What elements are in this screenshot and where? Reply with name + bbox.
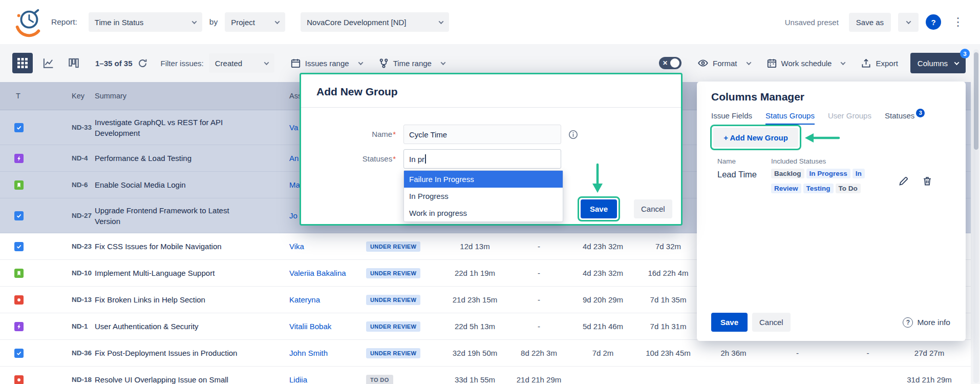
grid-icon bbox=[17, 58, 28, 68]
refresh-icon bbox=[138, 58, 147, 68]
issues-range-label: Issues range bbox=[305, 59, 349, 68]
statuses-dropdown: Failure In ProgressIn ProgressWork in pr… bbox=[403, 170, 563, 222]
tab-user-groups[interactable]: User Groups bbox=[828, 111, 871, 125]
statuses-search-input[interactable]: In pr bbox=[403, 149, 561, 169]
grid-view-button[interactable] bbox=[12, 53, 33, 73]
edit-group-button[interactable] bbox=[898, 175, 910, 187]
time-cell: 8d 22h 3m bbox=[507, 349, 571, 357]
add-new-group-button[interactable]: + Add New Group bbox=[713, 128, 798, 147]
issue-assignee[interactable]: Lidiia bbox=[284, 375, 361, 384]
delete-group-button[interactable] bbox=[921, 175, 933, 187]
chevron-down-icon bbox=[440, 60, 445, 65]
column-header-key: Key bbox=[69, 92, 95, 100]
issues-range-button[interactable]: Issues range bbox=[291, 58, 363, 68]
panel-save-button[interactable]: Save bbox=[711, 313, 748, 332]
unsaved-preset-label: Unsaved preset bbox=[785, 18, 839, 27]
work-schedule-button[interactable]: Work schedule bbox=[767, 58, 845, 68]
task-type-icon bbox=[14, 211, 24, 220]
issue-assignee[interactable]: Vitalii Bobak bbox=[284, 322, 361, 331]
issue-key: ND-23 bbox=[69, 242, 95, 250]
required-asterisk: * bbox=[393, 154, 396, 163]
chevron-down-icon bbox=[264, 60, 269, 65]
work-schedule-label: Work schedule bbox=[781, 59, 832, 68]
status-lozenge: UNDER REVIEW bbox=[366, 321, 420, 332]
panel-tabs: Issue Fields Status Groups User Groups S… bbox=[711, 111, 925, 125]
included-statuses-column-header: Included Statuses bbox=[771, 157, 826, 165]
group-name-value: Cycle Time bbox=[409, 130, 447, 139]
help-button[interactable]: ? bbox=[926, 14, 941, 30]
tab-status-groups[interactable]: Status Groups bbox=[765, 111, 815, 125]
annotation-box-add-group: + Add New Group bbox=[710, 125, 801, 150]
issue-key: ND-10 bbox=[69, 269, 95, 277]
name-label-text: Name bbox=[372, 130, 392, 138]
save-as-label: Save as bbox=[856, 18, 884, 27]
time-cell: 10d 23h 45m bbox=[635, 349, 701, 357]
table-row[interactable]: ND-18 Resolve UI Overlapping Issue on Sm… bbox=[0, 367, 971, 384]
issue-key: ND-27 bbox=[69, 212, 95, 219]
vertical-scrollbar-thumb[interactable] bbox=[974, 52, 978, 150]
issue-assignee[interactable]: John Smith bbox=[284, 349, 361, 357]
chevron-down-icon bbox=[358, 60, 363, 65]
time-cell: 33d 1h 55m bbox=[443, 375, 507, 384]
time-range-icon bbox=[379, 58, 389, 68]
modal-cancel-button[interactable]: Cancel bbox=[634, 199, 672, 218]
bolt-type-icon bbox=[14, 154, 24, 163]
issue-summary: Fix Broken Links in Help Section bbox=[95, 294, 284, 305]
issue-assignee[interactable]: Valeriia Bakalina bbox=[284, 269, 361, 277]
report-type-select[interactable]: Time in Status bbox=[89, 12, 202, 32]
table-row[interactable]: ND-36 Fix Post-Deployment Issues in Prod… bbox=[0, 340, 971, 367]
annotation-box-save: Save bbox=[578, 196, 620, 221]
issue-count: 1–35 of 35 bbox=[95, 59, 133, 68]
board-view-button[interactable] bbox=[63, 53, 84, 73]
dropdown-option[interactable]: In Progress bbox=[404, 188, 563, 205]
tab-issue-fields[interactable]: Issue Fields bbox=[711, 111, 752, 125]
time-cell: 4d 23h 32m bbox=[571, 269, 635, 277]
trash-icon bbox=[922, 176, 932, 186]
vertical-scrollbar-track bbox=[973, 49, 979, 383]
columns-button[interactable]: Columns 3 bbox=[910, 53, 966, 73]
by-label: by bbox=[209, 17, 218, 27]
scope-select[interactable]: Project bbox=[225, 12, 285, 32]
status-lozenge: UNDER REVIEW bbox=[366, 295, 420, 305]
dropdown-option[interactable]: Work in progress bbox=[404, 205, 563, 221]
time-cell: 32d 19h 50m bbox=[443, 349, 507, 357]
chevron-down-icon bbox=[906, 19, 911, 24]
export-icon bbox=[861, 58, 871, 68]
chart-view-button[interactable] bbox=[38, 53, 58, 73]
story-type-icon bbox=[14, 269, 24, 278]
column-header-summary: Summary bbox=[95, 92, 284, 100]
issue-assignee[interactable]: Kateryna bbox=[284, 295, 361, 304]
time-range-button[interactable]: Time range bbox=[379, 58, 445, 68]
more-menu-button[interactable]: ⋮ bbox=[948, 16, 968, 28]
refresh-button[interactable] bbox=[138, 58, 147, 68]
question-circle-icon: ? bbox=[903, 317, 913, 328]
save-as-button[interactable]: Save as bbox=[849, 13, 891, 32]
group-name-input[interactable]: Cycle Time bbox=[403, 125, 561, 144]
issue-summary: Performance & Load Testing bbox=[95, 153, 284, 164]
filter-field-select[interactable]: Created bbox=[209, 53, 274, 73]
time-cell: 7d 1h 31m bbox=[635, 322, 701, 331]
chevron-down-icon bbox=[191, 19, 197, 24]
dropdown-option[interactable]: Failure In Progress bbox=[404, 171, 563, 188]
chevron-down-icon bbox=[746, 60, 751, 65]
export-button[interactable]: Export bbox=[861, 58, 898, 68]
toggle-switch[interactable]: ✕ bbox=[659, 57, 681, 69]
issue-summary: Enable Social Media Login bbox=[95, 179, 284, 190]
save-as-dropdown-button[interactable] bbox=[898, 13, 919, 32]
modal-save-button[interactable]: Save bbox=[581, 199, 617, 218]
time-cell: 9d 20h 29m bbox=[571, 295, 635, 304]
project-select[interactable]: NovaCore Development [ND] bbox=[301, 12, 449, 32]
filter-issues-label: Filter issues: bbox=[161, 59, 204, 68]
panel-cancel-button[interactable]: Cancel bbox=[752, 313, 791, 332]
issue-assignee[interactable]: Vika bbox=[284, 242, 361, 251]
name-field-label: Name* bbox=[314, 130, 396, 138]
issue-summary: Resolve UI Overlapping Issue on Small bbox=[95, 374, 284, 384]
format-button[interactable]: Format bbox=[698, 58, 751, 68]
chart-icon bbox=[43, 58, 53, 68]
time-cell: 7d 32m bbox=[635, 242, 701, 251]
columns-manager-panel: Columns Manager Issue Fields Status Grou… bbox=[697, 82, 966, 341]
tab-statuses[interactable]: Statuses3 bbox=[885, 111, 925, 125]
group-name: Lead Time bbox=[717, 169, 758, 180]
bug-type-icon bbox=[14, 375, 24, 384]
more-info-link[interactable]: ? More info bbox=[903, 317, 950, 328]
